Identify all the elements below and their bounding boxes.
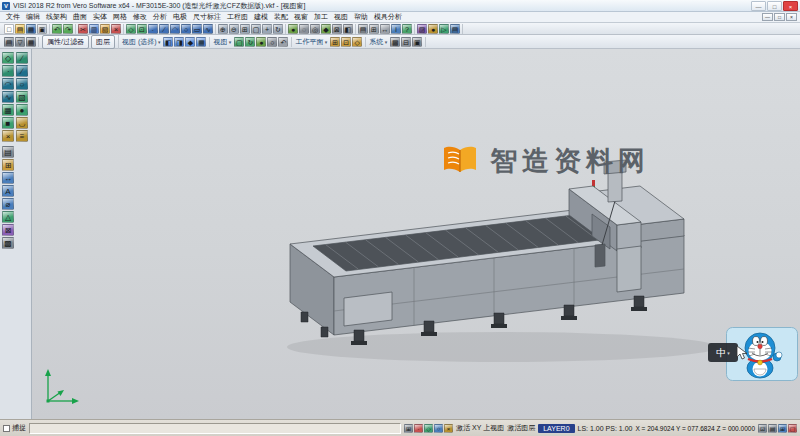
view-iso-icon[interactable]: ◆ bbox=[185, 37, 195, 47]
units-icon[interactable]: ▤ bbox=[768, 424, 777, 433]
layers-panel-icon[interactable]: ▤ bbox=[2, 146, 14, 158]
view-top-icon[interactable]: ◨ bbox=[174, 37, 184, 47]
coord-mode-icon[interactable]: ⊡ bbox=[758, 424, 767, 433]
menu-item-4[interactable]: 实体 bbox=[90, 12, 110, 22]
zoom-fit-icon[interactable]: ▢ bbox=[251, 24, 261, 34]
paste-icon[interactable]: ▧ bbox=[100, 24, 110, 34]
diameter-tool-icon[interactable]: ⌀ bbox=[2, 198, 14, 210]
mdi-minimize-button[interactable]: — bbox=[762, 13, 773, 21]
open-icon[interactable]: ▤ bbox=[15, 24, 25, 34]
solid-tool-icon[interactable]: ▦ bbox=[2, 104, 14, 116]
macro-icon[interactable]: ▣ bbox=[412, 37, 422, 47]
workplane-new-icon[interactable]: ⊡ bbox=[341, 37, 351, 47]
snap-center-icon[interactable]: ○ bbox=[434, 424, 443, 433]
print-icon[interactable]: ▣ bbox=[37, 24, 47, 34]
trim-tool-icon[interactable]: × bbox=[2, 130, 14, 142]
maximize-button[interactable]: □ bbox=[767, 1, 782, 11]
circle-tool-icon[interactable]: ○ bbox=[16, 78, 28, 90]
render-icon[interactable]: ● bbox=[428, 24, 438, 34]
report-icon[interactable]: ▤ bbox=[450, 24, 460, 34]
layer-indicator[interactable]: LAYER0 bbox=[538, 424, 574, 433]
menu-item-16[interactable]: 帮助 bbox=[351, 12, 371, 22]
wireframe-tool-icon[interactable]: ∕ bbox=[16, 52, 28, 64]
line-tool-icon[interactable]: ∕ bbox=[16, 65, 28, 77]
menu-item-12[interactable]: 装配 bbox=[271, 12, 291, 22]
zoom-all-icon[interactable]: ▢ bbox=[234, 37, 244, 47]
menu-item-17[interactable]: 模具分析 bbox=[371, 12, 405, 22]
snap-checkbox[interactable] bbox=[3, 425, 10, 432]
fullscreen-icon[interactable]: ▢ bbox=[788, 424, 797, 433]
panel-tab-1[interactable]: 图层 bbox=[91, 35, 115, 49]
redo-icon[interactable]: ↷ bbox=[63, 24, 73, 34]
menu-item-11[interactable]: 建模 bbox=[251, 12, 271, 22]
copy-icon[interactable]: ▥ bbox=[89, 24, 99, 34]
workplane-panel-icon[interactable]: ⊞ bbox=[2, 159, 14, 171]
menu-item-6[interactable]: 修改 bbox=[130, 12, 150, 22]
ime-badge[interactable]: 中 ▾ bbox=[708, 343, 738, 362]
new-icon[interactable]: □ bbox=[4, 24, 14, 34]
options-tool-icon[interactable]: ▩ bbox=[2, 237, 14, 249]
filter-icon[interactable]: ▽ bbox=[15, 37, 25, 47]
select-icon[interactable]: ◇ bbox=[126, 24, 136, 34]
animate-icon[interactable]: ▷ bbox=[439, 24, 449, 34]
circle-icon[interactable]: ○ bbox=[181, 24, 191, 34]
menu-item-5[interactable]: 网格 bbox=[110, 12, 130, 22]
snap-midpoint-icon[interactable]: ◇ bbox=[424, 424, 433, 433]
pan-icon[interactable]: + bbox=[262, 24, 272, 34]
menu-item-14[interactable]: 加工 bbox=[311, 12, 331, 22]
arc-tool-icon[interactable]: ◠ bbox=[2, 78, 14, 90]
hidden-line-icon[interactable]: ◎ bbox=[310, 24, 320, 34]
undo-icon[interactable]: ↶ bbox=[52, 24, 62, 34]
arc-icon[interactable]: ◠ bbox=[170, 24, 180, 34]
minimize-button[interactable]: — bbox=[751, 1, 766, 11]
menu-item-13[interactable]: 视窗 bbox=[291, 12, 311, 22]
zoom-out-icon[interactable]: ⊖ bbox=[229, 24, 239, 34]
view-front-icon[interactable]: ◧ bbox=[163, 37, 173, 47]
properties-icon[interactable]: ▤ bbox=[4, 37, 14, 47]
panel-tab-0[interactable]: 属性/过滤器 bbox=[42, 35, 89, 49]
previous-view-icon[interactable]: ↶ bbox=[278, 37, 288, 47]
menu-item-10[interactable]: 工程图 bbox=[224, 12, 251, 22]
grid-toggle-icon[interactable]: ⊞ bbox=[778, 424, 787, 433]
spline-icon[interactable]: ∿ bbox=[203, 24, 213, 34]
text-tool-icon[interactable]: A bbox=[2, 185, 14, 197]
close-button[interactable]: × bbox=[783, 1, 798, 11]
menu-item-3[interactable]: 曲面 bbox=[70, 12, 90, 22]
menu-item-1[interactable]: 编辑 bbox=[23, 12, 43, 22]
save-icon[interactable]: ▦ bbox=[26, 24, 36, 34]
shaded-icon[interactable]: ● bbox=[288, 24, 298, 34]
menu-item-0[interactable]: 文件 bbox=[3, 12, 23, 22]
snap-intersection-icon[interactable]: × bbox=[444, 424, 453, 433]
select-tool-icon[interactable]: ◇ bbox=[2, 52, 14, 64]
rotate-view-icon[interactable]: ↻ bbox=[273, 24, 283, 34]
mdi-close-button[interactable]: × bbox=[786, 13, 797, 21]
section-icon[interactable]: ◧ bbox=[343, 24, 353, 34]
mdi-restore-button[interactable]: □ bbox=[774, 13, 785, 21]
shade-mode-icon[interactable]: ● bbox=[256, 37, 266, 47]
analyze-tool-icon[interactable]: △ bbox=[2, 211, 14, 223]
rectangle-icon[interactable]: ▭ bbox=[192, 24, 202, 34]
menu-item-15[interactable]: 视图 bbox=[331, 12, 351, 22]
help-icon[interactable]: ? bbox=[402, 24, 412, 34]
wireframe-icon[interactable]: ◌ bbox=[299, 24, 309, 34]
offset-tool-icon[interactable]: ≡ bbox=[16, 130, 28, 142]
settings-icon[interactable]: ▩ bbox=[390, 37, 400, 47]
zoom-window-icon[interactable]: ⊞ bbox=[240, 24, 250, 34]
sphere-tool-icon[interactable]: ● bbox=[16, 104, 28, 116]
snap-toggle[interactable]: 捕捉 bbox=[3, 423, 26, 433]
material-icon[interactable]: ▨ bbox=[417, 24, 427, 34]
machining-tool-icon[interactable]: ⊠ bbox=[2, 224, 14, 236]
viewport-3d[interactable]: 智造资料网 bbox=[32, 49, 800, 419]
select-window-icon[interactable]: ⊡ bbox=[137, 24, 147, 34]
dimension-tool-icon[interactable]: ↔ bbox=[2, 172, 14, 184]
menu-item-8[interactable]: 电极 bbox=[170, 12, 190, 22]
wire-mode-icon[interactable]: ○ bbox=[267, 37, 277, 47]
calculator-icon[interactable]: ⊟ bbox=[401, 37, 411, 47]
zoom-in-icon[interactable]: ⊕ bbox=[218, 24, 228, 34]
menu-item-9[interactable]: 尺寸标注 bbox=[190, 12, 224, 22]
fillet-tool-icon[interactable]: ◡ bbox=[16, 117, 28, 129]
point-icon[interactable]: ∙ bbox=[148, 24, 158, 34]
active-layer-label[interactable]: 激活图层 bbox=[507, 423, 535, 433]
isometric-icon[interactable]: ◆ bbox=[321, 24, 331, 34]
menu-item-2[interactable]: 线架构 bbox=[43, 12, 70, 22]
